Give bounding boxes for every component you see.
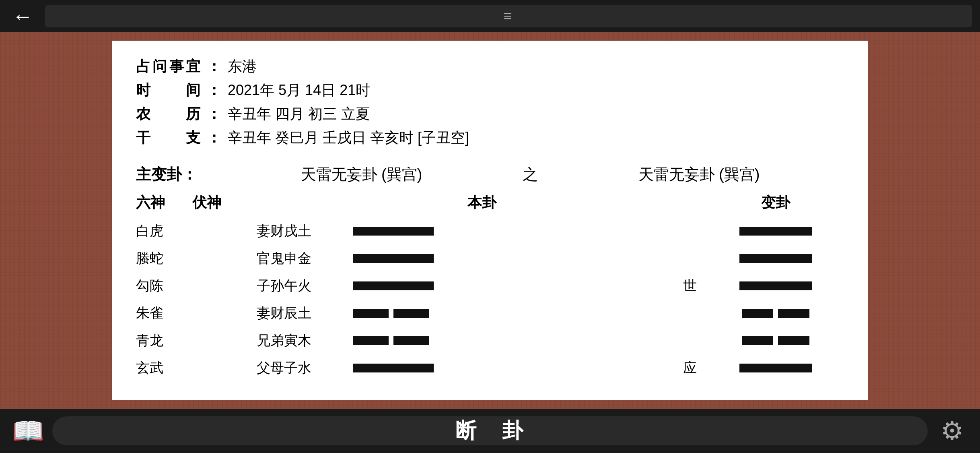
value-ganzhi: 辛丑年 癸巳月 壬戌日 辛亥时 [子丑空] (228, 128, 469, 148)
yang-line (353, 281, 434, 290)
back-button[interactable]: ← (8, 6, 37, 27)
label-shiyiqing: 占问事宜 (136, 57, 200, 77)
marker-6: 应 (683, 359, 707, 377)
liushen-3: 勾陈 (136, 277, 192, 295)
bengua-line-4 (353, 309, 683, 318)
col-fushen-header: 伏神 (192, 193, 257, 213)
yao-6: 父母子水 (257, 359, 353, 377)
bengua-line-1 (353, 227, 683, 236)
top-bar: ← ≡ (0, 0, 980, 32)
biangua-line-5 (707, 336, 844, 345)
biangua-line-1 (707, 227, 844, 236)
liushen-5: 青龙 (136, 331, 192, 350)
label-nongli: 农 历 (136, 104, 200, 124)
biangua-title: 天雷无妄卦 (巽宫) (554, 164, 844, 185)
colon-3: ： (207, 104, 221, 124)
bottom-bar: 📖 断 卦 ⚙ (0, 409, 980, 453)
label-shijian: 时 间 (136, 81, 200, 100)
yin-left-sm (742, 336, 773, 345)
label-ganzhi: 干 支 (136, 128, 200, 148)
value-shiyiqing: 东港 (228, 57, 257, 77)
bengua-line-3 (353, 281, 683, 290)
bottom-label-duan: 断 (455, 417, 478, 445)
col-biangua-header: 变卦 (707, 193, 844, 213)
info-row-2: 时 间 ： 2021年 5月 14日 21时 (136, 81, 844, 100)
yang-line (353, 364, 434, 372)
yang-line (353, 227, 434, 236)
info-row-4: 干 支 ： 辛丑年 癸巳月 壬戌日 辛亥时 [子丑空] (136, 128, 844, 148)
liushen-1: 白虎 (136, 222, 192, 240)
col-bengua-header: 本卦 (257, 193, 707, 213)
content-card: 占问事宜 ： 东港 时 间 ： 2021年 5月 14日 21时 农 历 ： 辛… (112, 41, 868, 400)
hexagram-header: 主变卦： 天雷无妄卦 (巽宫) 之 天雷无妄卦 (巽宫) (136, 164, 844, 185)
bengua-title: 天雷无妄卦 (巽宫) (216, 164, 506, 185)
gear-icon: ⚙ (941, 416, 964, 446)
bengua-line-6 (353, 364, 683, 372)
col-liushen-header: 六神 (136, 193, 192, 213)
bottom-center-bar[interactable]: 断 卦 (52, 416, 928, 445)
yang-line (353, 254, 434, 263)
liushen-4: 朱雀 (136, 304, 192, 323)
gear-button[interactable]: ⚙ (936, 415, 968, 447)
liushen-6: 玄武 (136, 359, 192, 377)
yao-1: 妻财戌土 (257, 222, 353, 240)
colon-2: ： (207, 81, 221, 100)
yao-2: 官鬼申金 (257, 249, 353, 268)
yin-left (353, 336, 389, 345)
main-content: 占问事宜 ： 东港 时 间 ： 2021年 5月 14日 21时 农 历 ： 辛… (0, 32, 980, 409)
table-row: 白虎 妻财戌土 (136, 219, 844, 243)
yin-line-group (353, 336, 429, 345)
book-icon: 📖 (12, 416, 44, 446)
biangua-line-2 (707, 254, 844, 263)
colon-1: ： (207, 57, 221, 77)
info-row-3: 农 历 ： 辛丑年 四月 初三 立夏 (136, 104, 844, 124)
yao-5: 兄弟寅木 (257, 331, 353, 350)
biangua-line-3 (707, 281, 844, 290)
col-headers: 六神 伏神 本卦 变卦 (136, 193, 844, 213)
bottom-label-gua: 卦 (502, 417, 525, 445)
biangua-line-4 (707, 309, 844, 318)
divider (136, 156, 844, 156)
yang-line-sm (739, 281, 812, 290)
bengua-line-5 (353, 336, 683, 345)
yang-line-sm (739, 254, 812, 263)
marker-3: 世 (683, 277, 707, 295)
yin-line-group-sm (742, 336, 809, 345)
value-shijian: 2021年 5月 14日 21时 (228, 81, 370, 100)
hamburger-icon: ≡ (503, 8, 513, 25)
biangua-line-6 (707, 364, 844, 372)
yin-right (393, 336, 429, 345)
info-section: 占问事宜 ： 东港 时 间 ： 2021年 5月 14日 21时 农 历 ： 辛… (136, 57, 844, 148)
yin-right (393, 309, 429, 318)
table-row: 青龙 兄弟寅木 (136, 329, 844, 353)
yin-left (353, 309, 389, 318)
yin-line-group (353, 309, 429, 318)
yin-right-sm (778, 336, 809, 345)
book-button[interactable]: 📖 (12, 415, 44, 447)
table-row: 玄武 父母子水 应 (136, 356, 844, 380)
yao-3: 子孙午火 (257, 277, 353, 295)
top-menu-bar[interactable]: ≡ (45, 5, 972, 27)
yin-line-group-sm (742, 309, 809, 318)
yang-line-sm (739, 364, 812, 372)
bengua-line-2 (353, 254, 683, 263)
info-row-1: 占问事宜 ： 东港 (136, 57, 844, 77)
value-nongli: 辛丑年 四月 初三 立夏 (228, 104, 370, 124)
zhi-label: 之 (523, 164, 538, 185)
main-biangua-label: 主变卦： (136, 164, 216, 185)
liushen-2: 螣蛇 (136, 249, 192, 268)
yin-left-sm (742, 309, 773, 318)
table-row: 勾陈 子孙午火 世 (136, 274, 844, 298)
hex-rows: 白虎 妻财戌土 螣蛇 官鬼申金 (136, 219, 844, 380)
colon-4: ： (207, 128, 221, 148)
table-row: 螣蛇 官鬼申金 (136, 246, 844, 271)
table-row: 朱雀 妻财辰土 (136, 301, 844, 325)
yin-right-sm (778, 309, 809, 318)
yang-line-sm (739, 227, 812, 236)
yao-4: 妻财辰土 (257, 304, 353, 323)
